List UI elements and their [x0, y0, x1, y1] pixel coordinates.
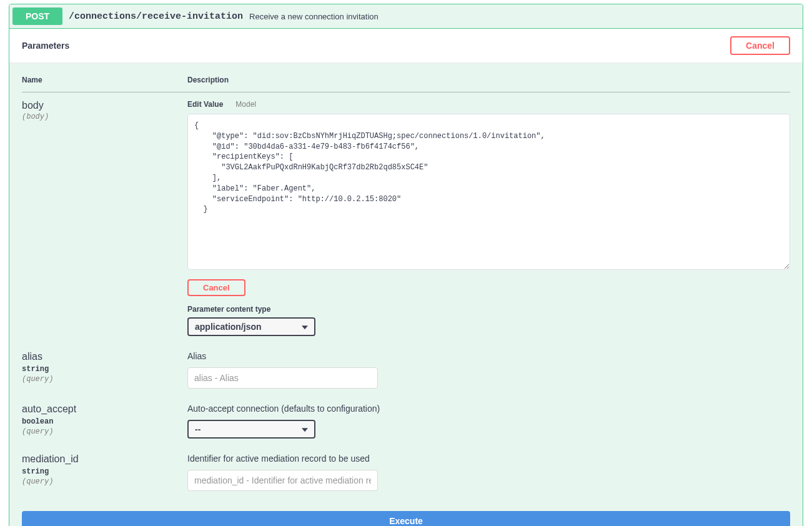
param-type: string [22, 467, 187, 476]
param-in: (query) [22, 427, 187, 436]
auto-accept-select-wrap: -- [187, 420, 315, 439]
param-row-body: body (body) Edit Value Model Cancel Para… [22, 92, 790, 344]
param-row-mediation-id: mediation_id string (query) Identifier f… [22, 446, 790, 499]
param-type: string [22, 365, 187, 374]
body-cancel-button[interactable]: Cancel [187, 279, 245, 296]
mediation-id-input[interactable] [187, 470, 378, 491]
parameters-body: Name Description body (body) Edit Value … [9, 63, 803, 511]
param-name: auto_accept [22, 404, 187, 415]
param-type: boolean [22, 417, 187, 426]
param-in: (query) [22, 375, 187, 384]
cancel-button[interactable]: Cancel [730, 36, 790, 55]
operation-summary[interactable]: POST /connections/receive-invitation Rec… [9, 4, 803, 29]
param-name: mediation_id [22, 454, 187, 465]
param-description: Identifier for active mediation record t… [187, 454, 790, 464]
content-type-select[interactable]: application/json [187, 317, 315, 336]
param-name: body [22, 100, 187, 111]
parameters-header: Parameters Cancel [9, 29, 803, 63]
http-method-badge: POST [12, 7, 62, 25]
execute-wrapper: Execute [9, 511, 803, 526]
tab-edit-value[interactable]: Edit Value [187, 100, 223, 109]
param-description: Alias [187, 351, 790, 361]
param-row-auto-accept: auto_accept boolean (query) Auto-accept … [22, 396, 790, 446]
operation-block: POST /connections/receive-invitation Rec… [9, 4, 803, 526]
content-type-select-wrap: application/json [187, 317, 315, 336]
column-name-header: Name [22, 76, 187, 92]
alias-input[interactable] [187, 367, 378, 389]
parameters-table: Name Description body (body) Edit Value … [22, 76, 790, 499]
body-textarea[interactable] [187, 114, 790, 270]
auto-accept-select[interactable]: -- [187, 420, 315, 439]
body-tabs: Edit Value Model [187, 100, 790, 109]
param-name: alias [22, 351, 187, 362]
param-description: Auto-accept connection (defaults to conf… [187, 404, 790, 414]
param-in: (query) [22, 477, 187, 486]
column-description-header: Description [187, 76, 790, 92]
endpoint-description: Receive a new connection invitation [249, 12, 379, 21]
param-row-alias: alias string (query) Alias [22, 344, 790, 396]
param-in: (body) [22, 112, 187, 121]
execute-button[interactable]: Execute [22, 511, 790, 526]
endpoint-path: /connections/receive-invitation [69, 11, 243, 22]
tab-model[interactable]: Model [235, 100, 256, 109]
parameters-title: Parameters [22, 41, 69, 51]
content-type-label: Parameter content type [187, 305, 790, 314]
